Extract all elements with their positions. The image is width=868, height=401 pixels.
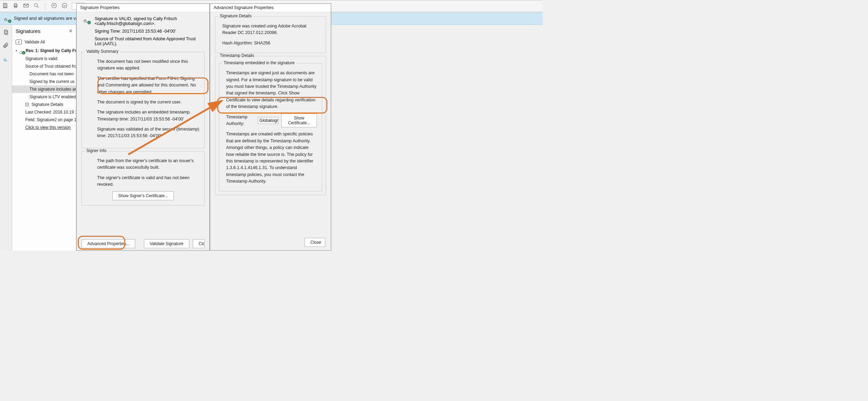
- svg-point-6: [62, 3, 67, 8]
- signatures-panel-title: Signatures: [16, 28, 41, 34]
- validity-item: The document has not been modified since…: [97, 58, 199, 72]
- show-certificate-button[interactable]: Show Certificate...: [281, 114, 317, 127]
- validity-item-timestamp: The signature includes an embedded times…: [97, 109, 199, 123]
- search-icon[interactable]: [33, 2, 40, 10]
- tree-item[interactable]: Signature is LTV enabled: [12, 93, 76, 101]
- signature-valid-icon: [83, 16, 90, 23]
- close-panel-icon[interactable]: ×: [69, 27, 72, 35]
- validity-item: The document is signed by the current us…: [97, 99, 199, 106]
- validity-summary-label: Validity Summary: [85, 49, 120, 54]
- close-button[interactable]: Close: [304, 238, 325, 247]
- tree-item[interactable]: Source of Trust obtained fro: [12, 62, 76, 70]
- signature-valid-icon: [3, 15, 10, 22]
- tree-item-selected[interactable]: The signature includes an: [12, 85, 76, 93]
- signatures-icon[interactable]: [2, 55, 10, 63]
- svg-rect-7: [5, 30, 7, 34]
- banner-text: Signed and all signatures are valid.: [14, 16, 84, 21]
- signer-info-label: Signer Info: [85, 148, 108, 153]
- tree-item[interactable]: Signed by the current us: [12, 78, 76, 85]
- close-button[interactable]: Close: [193, 239, 205, 248]
- signature-details-group: Signature Details Signature was created …: [215, 16, 326, 53]
- validity-summary-group: Validity Summary The document has not be…: [81, 52, 205, 148]
- validity-item: Signature was validated as of the secure…: [97, 126, 199, 140]
- signature-properties-dialog: Signature Properties Signature is VALID,…: [76, 3, 210, 251]
- timestamp-explain-2: Timestamps are created with specific pol…: [226, 131, 317, 185]
- mail-icon[interactable]: [23, 2, 29, 10]
- tree-item[interactable]: Document has not been: [12, 70, 76, 78]
- timestamp-authority-value: Globalsign TSA f: [258, 117, 278, 124]
- tree-sig-details[interactable]: + Signature Details: [12, 101, 76, 108]
- svg-rect-2: [15, 6, 17, 8]
- signature-valid-icon: [19, 48, 24, 53]
- timestamp-explain-1: Timestamps are signed just as documents …: [226, 70, 317, 110]
- attachments-icon[interactable]: [2, 41, 10, 50]
- signer-info-group: Signer Info The path from the signer's c…: [81, 151, 205, 206]
- collapse-icon[interactable]: ▾: [16, 49, 17, 52]
- tree-field: Field: Signature2 on page 1: [12, 116, 76, 124]
- signature-tree: ▾ Rev. 1: Signed by Cally Frits ^ Signat…: [12, 47, 76, 131]
- validate-all-button[interactable]: ≡ Validate All: [12, 37, 76, 47]
- tree-rev-label: Rev. 1: Signed by Cally Frits: [26, 48, 76, 53]
- print-icon[interactable]: [12, 2, 19, 10]
- tab-stub: [41, 0, 86, 0]
- signing-time-line: Signing Time: 2017/11/03 15:53:46 -04'00…: [95, 29, 203, 34]
- timestamp-embedded-label: Timestamp embedded in the signature: [222, 60, 296, 65]
- validate-all-icon: ≡: [16, 40, 22, 44]
- signer-item: The path from the signer's certificate t…: [97, 158, 199, 171]
- svg-rect-0: [4, 6, 6, 7]
- tree-rev-row[interactable]: ▾ Rev. 1: Signed by Cally Frits ^: [12, 47, 76, 55]
- advanced-properties-button[interactable]: Advanced Properties...: [81, 239, 135, 248]
- page-up-icon[interactable]: [51, 2, 57, 10]
- sig-created-line: Signature was created using Adobe Acroba…: [222, 23, 321, 36]
- tree-sig-details-label: Signature Details: [32, 102, 63, 107]
- timestamp-details-group: Timestamp Details Timestamp embedded in …: [215, 56, 326, 195]
- save-icon[interactable]: [2, 2, 8, 10]
- tree-view-version-link[interactable]: Click to view this version: [12, 124, 76, 131]
- dialog-title: Advanced Signature Properties: [210, 4, 331, 12]
- separator: [45, 3, 45, 10]
- validate-all-label: Validate All: [25, 40, 45, 44]
- left-rail: [0, 25, 12, 251]
- timestamp-embedded-group: Timestamp embedded in the signature Time…: [219, 63, 322, 191]
- sig-valid-line: Signature is VALID, signed by Cally Frit…: [95, 16, 203, 26]
- signature-details-label: Signature Details: [218, 14, 253, 18]
- hash-algo-line: Hash Algorithm: SHA256: [222, 40, 321, 47]
- svg-point-4: [34, 3, 37, 7]
- page-down-icon[interactable]: [61, 2, 68, 10]
- svg-point-5: [52, 3, 57, 8]
- svg-rect-8: [5, 31, 8, 35]
- tree-item[interactable]: Signature is valid:: [12, 55, 76, 62]
- timestamp-authority-label: Timestamp Authority:: [226, 114, 255, 127]
- tree-last-checked: Last Checked: 2018.10.19 10: [12, 108, 76, 116]
- pages-icon[interactable]: [2, 28, 10, 36]
- validity-item: The certifier has specified that Form Fi…: [97, 75, 199, 95]
- signatures-panel: Signatures × ≡ Validate All ▾ Rev. 1: Si…: [12, 25, 76, 251]
- show-signer-certificate-button[interactable]: Show Signer's Certificate...: [112, 191, 174, 200]
- timestamp-details-label: Timestamp Details: [218, 53, 256, 58]
- dialog-title: Signature Properties: [77, 4, 209, 12]
- signer-item: The signer's certificate is valid and ha…: [97, 175, 199, 188]
- trust-source-line: Source of Trust obtained from Adobe Appr…: [95, 36, 203, 46]
- validate-signature-button[interactable]: Validate Signature: [144, 239, 189, 248]
- advanced-signature-properties-dialog: Advanced Signature Properties Signature …: [210, 3, 331, 251]
- expand-icon[interactable]: +: [25, 103, 29, 106]
